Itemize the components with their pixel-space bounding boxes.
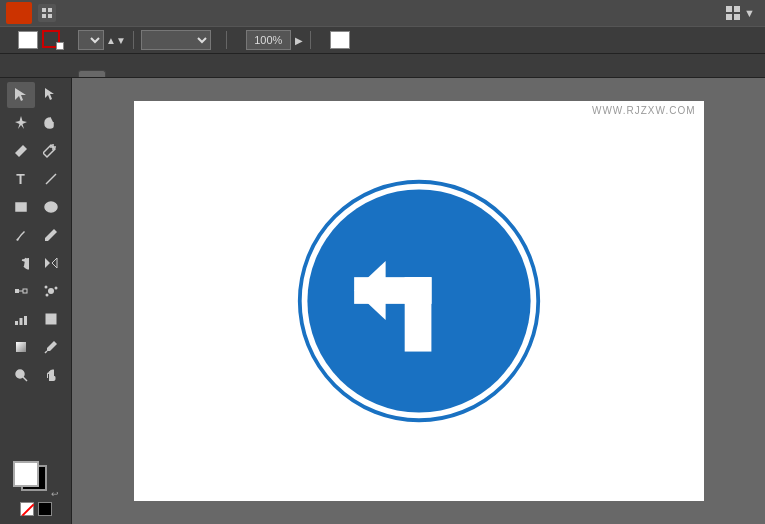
- svg-rect-6: [726, 14, 732, 20]
- separator-2: [226, 31, 227, 49]
- lasso-tool[interactable]: [37, 110, 65, 136]
- tool-row-10: [7, 334, 65, 360]
- pencil-tool[interactable]: [37, 222, 65, 248]
- paintbrush-tool[interactable]: [7, 222, 35, 248]
- foreground-swatch[interactable]: [13, 461, 39, 487]
- svg-point-24: [45, 294, 48, 297]
- tool-row-7: [7, 250, 65, 276]
- color-swatches-area: ↩: [9, 457, 63, 520]
- properties-toolbar: ▲▼ ▶: [0, 26, 765, 54]
- stroke-controls: ▲▼: [68, 30, 126, 50]
- style-label: [318, 38, 326, 42]
- tab-bar: [0, 54, 765, 78]
- brush-dropdown[interactable]: [141, 30, 211, 50]
- window-icon: [38, 4, 56, 22]
- svg-point-22: [44, 286, 47, 289]
- separator-1: [133, 31, 134, 49]
- main-area: T: [0, 78, 765, 524]
- opacity-input[interactable]: [246, 30, 291, 50]
- left-toolbar: T: [0, 78, 72, 524]
- magic-wand-tool[interactable]: [7, 110, 35, 136]
- tool-row-2: [7, 110, 65, 136]
- menu-bar: ▼: [62, 3, 759, 23]
- svg-rect-2: [42, 14, 46, 18]
- tool-row-11: [7, 362, 65, 388]
- svg-rect-18: [15, 289, 19, 293]
- separator-3: [310, 31, 311, 49]
- none-swatches: [20, 502, 52, 516]
- tool-row-5: [7, 194, 65, 220]
- traffic-sign-svg: [295, 177, 543, 425]
- rectangle-tool[interactable]: [7, 194, 35, 220]
- svg-rect-27: [24, 316, 27, 325]
- reflect-tool[interactable]: [37, 250, 65, 276]
- svg-rect-5: [734, 6, 740, 12]
- watermark: WWW.RJZXW.COM: [592, 105, 696, 116]
- tool-row-9: [7, 306, 65, 332]
- opacity-label: [234, 38, 242, 42]
- blend-tool[interactable]: [7, 278, 35, 304]
- fill-none-swatch[interactable]: [20, 502, 34, 516]
- tool-row-3: [7, 138, 65, 164]
- svg-rect-26: [19, 318, 22, 325]
- ai-logo: [6, 2, 32, 24]
- tool-row-1: [7, 82, 65, 108]
- canvas-area: WWW.RJZXW.COM: [72, 78, 765, 524]
- svg-rect-7: [734, 14, 740, 20]
- add-anchor-tool[interactable]: [37, 138, 65, 164]
- gradient-tool[interactable]: [7, 334, 35, 360]
- fill-swatch[interactable]: [18, 31, 38, 49]
- tool-row-4: T: [7, 166, 65, 192]
- selection-tool[interactable]: [7, 82, 35, 108]
- svg-marker-17: [52, 258, 57, 268]
- mesh-tool[interactable]: [37, 306, 65, 332]
- svg-marker-16: [45, 258, 50, 268]
- stroke-none-swatch[interactable]: [38, 502, 52, 516]
- svg-line-34: [23, 377, 27, 381]
- title-bar: ▼: [0, 0, 765, 26]
- line-tool[interactable]: [37, 166, 65, 192]
- canvas: WWW.RJZXW.COM: [134, 101, 704, 501]
- stroke-dropdown[interactable]: [78, 30, 104, 50]
- svg-line-13: [46, 174, 56, 184]
- direct-selection-tool[interactable]: [37, 82, 65, 108]
- type-tool[interactable]: T: [7, 166, 35, 192]
- hand-tool[interactable]: [37, 362, 65, 388]
- document-tab[interactable]: [78, 70, 106, 77]
- fg-bg-swatches: ↩: [13, 461, 59, 499]
- svg-point-33: [16, 370, 24, 378]
- column-graph-tool[interactable]: [7, 306, 35, 332]
- pen-tool[interactable]: [7, 138, 35, 164]
- style-swatch[interactable]: [330, 31, 350, 49]
- svg-line-32: [45, 351, 47, 353]
- no-selection-label: [6, 38, 14, 42]
- svg-point-23: [54, 287, 57, 290]
- tool-row-8: [7, 278, 65, 304]
- svg-marker-10: [15, 116, 27, 129]
- svg-rect-0: [42, 8, 46, 12]
- svg-point-21: [48, 288, 54, 294]
- svg-point-15: [45, 202, 57, 212]
- svg-rect-4: [726, 6, 732, 12]
- stroke-swatch[interactable]: [42, 30, 64, 50]
- zoom-tool[interactable]: [7, 362, 35, 388]
- svg-rect-3: [48, 14, 52, 18]
- svg-rect-31: [16, 342, 26, 352]
- symbol-sprayer-tool[interactable]: [37, 278, 65, 304]
- svg-marker-8: [15, 88, 26, 101]
- svg-rect-19: [23, 289, 27, 293]
- svg-rect-40: [404, 277, 431, 304]
- tool-row-6: [7, 222, 65, 248]
- svg-rect-1: [48, 8, 52, 12]
- svg-marker-9: [45, 88, 54, 100]
- ellipse-tool[interactable]: [37, 194, 65, 220]
- eyedropper-tool[interactable]: [37, 334, 65, 360]
- svg-rect-25: [15, 321, 18, 325]
- svg-rect-14: [16, 203, 26, 211]
- rotate-tool[interactable]: [7, 250, 35, 276]
